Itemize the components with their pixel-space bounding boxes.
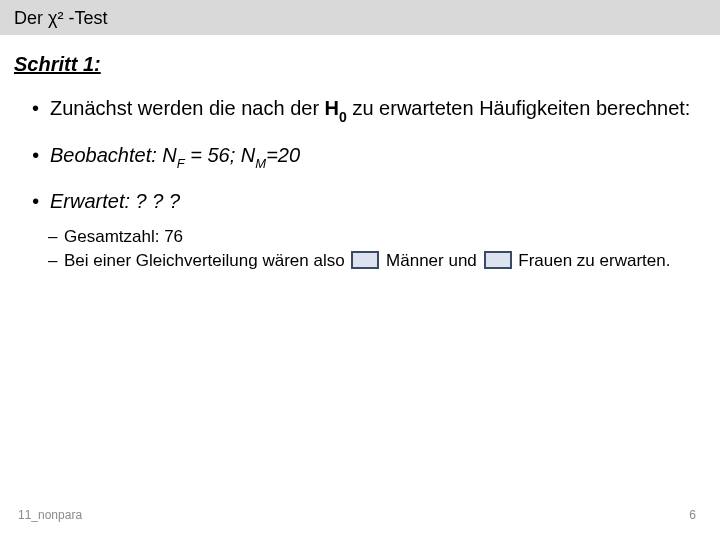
blank-box-men [351, 251, 379, 269]
text: zu erwarteten Häufigkeiten berechnet: [347, 97, 691, 119]
sub-item-1: Gesamtzahl: 76 [48, 226, 706, 248]
sub-f: F [177, 156, 185, 171]
sub-m: M [255, 156, 266, 171]
text: Erwartet: ? ? ? [50, 190, 180, 212]
blank-box-women [484, 251, 512, 269]
text: Gesamtzahl: 76 [64, 227, 183, 246]
bullet-1: Zunächst werden die nach der H0 zu erwar… [32, 96, 706, 125]
text: =20 [266, 144, 300, 166]
text: Beobachtet: N [50, 144, 177, 166]
slide-title: Der χ² -Test [14, 8, 107, 28]
h0-symbol: H0 [325, 97, 347, 119]
h0-h: H [325, 97, 339, 119]
h0-sub: 0 [339, 109, 347, 125]
bullet-list: Zunächst werden die nach der H0 zu erwar… [14, 96, 706, 214]
text: Zunächst werden die nach der [50, 97, 325, 119]
text: Männer und [381, 251, 481, 270]
sub-list: Gesamtzahl: 76 Bei einer Gleichverteilun… [14, 226, 706, 272]
bullet-2: Beobachtet: NF = 56; NM=20 [32, 143, 706, 171]
title-bar: Der χ² -Test [0, 0, 720, 35]
text: Frauen zu erwarten. [514, 251, 671, 270]
footer-left: 11_nonpara [18, 508, 82, 522]
text: Bei einer Gleichverteilung wären also [64, 251, 349, 270]
footer: 11_nonpara 6 [18, 508, 696, 522]
slide: Der χ² -Test Schritt 1: Zunächst werden … [0, 0, 720, 540]
footer-page-number: 6 [689, 508, 696, 522]
sub-item-2: Bei einer Gleichverteilung wären also Mä… [48, 250, 706, 272]
text: = 56; N [185, 144, 256, 166]
step-heading: Schritt 1: [14, 53, 706, 76]
slide-body: Schritt 1: Zunächst werden die nach der … [0, 35, 720, 272]
bullet-3: Erwartet: ? ? ? [32, 189, 706, 214]
